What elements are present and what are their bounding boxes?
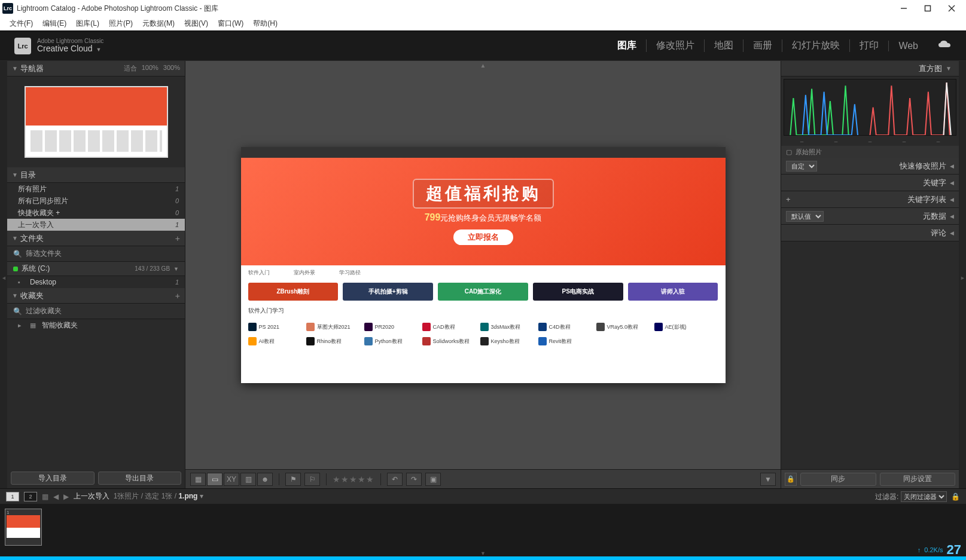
keywording-header[interactable]: 关键字 ◀	[781, 175, 959, 191]
zoom-300[interactable]: 300%	[163, 64, 180, 73]
histogram[interactable]	[784, 79, 956, 136]
original-photo-row[interactable]: ▢ 原始照片	[781, 146, 959, 158]
catalog-previous-import[interactable]: 上一次导入1	[7, 219, 185, 231]
rotate-cw-button[interactable]: ↷	[406, 473, 422, 486]
folder-item[interactable]: ▪ Desktop 1	[7, 276, 185, 288]
navigator-header[interactable]: ▼ 导航器 适合 100% 300%	[7, 61, 185, 76]
zoom-fit[interactable]: 适合	[124, 64, 137, 73]
menu-photo[interactable]: 照片(P)	[104, 19, 138, 29]
window-title: Lightroom Catalog - Adobe Photoshop Ligh…	[17, 4, 892, 14]
grid-view-button[interactable]: ▦	[190, 473, 206, 486]
catalog-synced-photos[interactable]: 所有已同步照片0	[7, 195, 185, 207]
search-icon: 🔍	[13, 250, 22, 258]
sync-lock-icon[interactable]: 🔒	[785, 473, 797, 486]
catalog-all-photos[interactable]: 所有照片1	[7, 183, 185, 195]
export-catalog-button[interactable]: 导出目录	[98, 472, 182, 485]
comments-header[interactable]: 评论 ◀	[781, 225, 959, 241]
primary-display-button[interactable]: 1	[6, 492, 19, 501]
nav-forward-icon[interactable]: ▶	[63, 492, 69, 501]
module-book[interactable]: 画册	[743, 39, 782, 52]
catalog-header[interactable]: ▼ 目录	[7, 167, 185, 183]
loupe-view-button[interactable]: ▭	[207, 473, 223, 486]
menu-metadata[interactable]: 元数据(M)	[138, 19, 179, 29]
import-catalog-button[interactable]: 导入目录	[11, 472, 95, 485]
grid-icon[interactable]: ▦	[42, 492, 48, 501]
maximize-button[interactable]	[916, 0, 940, 17]
collection-item[interactable]: ▸ ▦ 智能收藏夹	[7, 319, 185, 331]
top-panel-collapse-icon[interactable]: ▲	[480, 62, 486, 69]
folder-filter[interactable]: 🔍 筛选文件夹	[7, 246, 185, 262]
preview-card: 讲师入驻	[628, 283, 718, 301]
folders-header[interactable]: ▼ 文件夹 +	[7, 231, 185, 246]
cloud-sync-icon[interactable]	[937, 40, 952, 52]
people-view-button[interactable]: ☻	[257, 473, 273, 486]
collections-header[interactable]: ▼ 收藏夹 +	[7, 288, 185, 304]
histogram-info-row: –––––	[781, 138, 959, 146]
brand-dropdown-icon[interactable]: ▼	[96, 47, 102, 53]
menu-edit[interactable]: 编辑(E)	[38, 19, 71, 29]
sync-settings-button[interactable]: 同步设置	[880, 473, 956, 486]
metadata-preset-select[interactable]: 默认值	[786, 211, 824, 222]
volume-row[interactable]: 系统 (C:) 143 / 233 GB ▼	[7, 262, 185, 276]
filter-select[interactable]: 关闭过滤器	[901, 491, 947, 502]
navigator-preview[interactable]	[7, 76, 185, 167]
compare-view-button[interactable]: XY	[224, 473, 239, 486]
filmstrip-collapse-icon[interactable]: ▼	[0, 550, 966, 556]
flag-pick-button[interactable]: ⚑	[285, 473, 301, 486]
checkbox-icon[interactable]: ▢	[786, 148, 792, 156]
sync-button[interactable]: 同步	[800, 473, 876, 486]
filmstrip-thumbnail[interactable]: 1	[5, 509, 42, 546]
filmstrip[interactable]: 1	[0, 504, 966, 550]
collection-filter[interactable]: 🔍 过滤收藏夹	[7, 304, 185, 319]
survey-view-button[interactable]: ▥	[240, 473, 256, 486]
close-button[interactable]	[940, 0, 964, 17]
rotate-ccw-button[interactable]: ↶	[387, 473, 403, 486]
volume-dropdown-icon[interactable]: ▼	[173, 266, 179, 272]
add-keyword-icon[interactable]: +	[786, 195, 791, 204]
quick-preset-select[interactable]: 自定	[786, 161, 817, 172]
menu-window[interactable]: 窗口(W)	[213, 19, 248, 29]
catalog-quick-collection[interactable]: 快捷收藏夹 +0	[7, 207, 185, 219]
banner-cta: 立即报名	[453, 229, 513, 245]
filmstrip-source[interactable]: 上一次导入 1张照片 / 选定 1张 / 1.png ▾	[74, 491, 203, 501]
module-tabs: 图库 修改照片 地图 画册 幻灯片放映 打印 Web	[608, 39, 928, 52]
smart-collection-icon: ▦	[30, 322, 38, 329]
module-print[interactable]: 打印	[849, 39, 888, 52]
volume-status-icon	[13, 267, 18, 271]
nav-back-icon[interactable]: ◀	[53, 492, 59, 501]
folder-icon: ▪	[18, 279, 26, 286]
flag-reject-button[interactable]: ⚐	[304, 473, 320, 486]
metadata-header[interactable]: 默认值 元数据 ◀	[781, 208, 959, 225]
module-develop[interactable]: 修改照片	[646, 39, 704, 52]
add-collection-icon[interactable]: +	[175, 291, 180, 301]
module-map[interactable]: 地图	[704, 39, 743, 52]
banner-title: 超值福利抢购	[413, 179, 554, 209]
preview-card: 手机拍摄+剪辑	[343, 283, 433, 301]
module-library[interactable]: 图库	[608, 39, 646, 52]
menu-library[interactable]: 图库(L)	[71, 19, 104, 29]
menu-view[interactable]: 视图(V)	[179, 19, 213, 29]
quick-develop-header[interactable]: 自定 快速修改照片 ◀	[781, 158, 959, 175]
filter-lock-icon[interactable]: 🔒	[951, 492, 960, 501]
toolbar-dropdown-icon[interactable]: ▼	[760, 473, 776, 486]
minimize-button[interactable]	[892, 0, 916, 17]
expand-arrow-icon[interactable]: ▸	[18, 322, 26, 329]
rating-stars[interactable]: ★★★★★	[333, 475, 374, 484]
menu-help[interactable]: 帮助(H)	[248, 19, 282, 29]
center-toolbar: ▦ ▭ XY ▥ ☻ ⚑ ⚐ ★★★★★ ↶ ↷ ▣ ▼	[185, 469, 781, 488]
volume-name: 系统 (C:)	[22, 264, 50, 274]
histogram-header[interactable]: 直方图 ▼	[781, 61, 959, 76]
right-panel-collapse[interactable]	[959, 61, 966, 488]
secondary-display-button[interactable]: 2	[24, 492, 37, 501]
menu-file[interactable]: 文件(F)	[5, 19, 38, 29]
module-slideshow[interactable]: 幻灯片放映	[782, 39, 849, 52]
identity-plate[interactable]: Lrc Adobe Lightroom Classic Creative Clo…	[14, 38, 103, 54]
crop-overlay-button[interactable]: ▣	[425, 473, 441, 486]
module-web[interactable]: Web	[888, 41, 928, 51]
keyword-list-header[interactable]: + 关键字列表 ◀	[781, 191, 959, 208]
image-viewport[interactable]: 超值福利抢购 799元抢购终身会员无限畅学名额 立即报名 软件入门室内外景学习路…	[185, 61, 781, 469]
left-panel-collapse[interactable]	[0, 61, 7, 488]
collapse-arrow-icon: ▼	[12, 292, 18, 299]
add-folder-icon[interactable]: +	[175, 234, 180, 243]
zoom-100[interactable]: 100%	[142, 64, 159, 73]
